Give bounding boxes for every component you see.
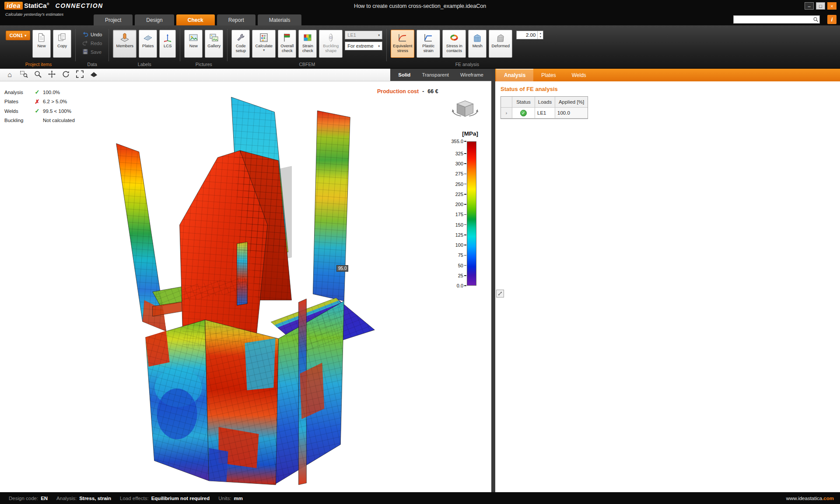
undo-button[interactable]: Undo — [80, 31, 105, 38]
copy-button[interactable]: Copy — [53, 30, 71, 58]
rotate-icon — [62, 70, 70, 80]
legend-tick: 50 — [458, 263, 466, 268]
home-view-button[interactable]: ⌂ — [4, 70, 16, 80]
overall-check-button[interactable]: Overall check — [278, 30, 296, 58]
ribbon: CON1 ▾ New Copy Project items — [0, 25, 840, 69]
tab-report[interactable]: Report — [217, 14, 256, 25]
lcs-toggle-button[interactable]: LCS — [159, 30, 176, 58]
chevron-right-icon: › — [506, 110, 508, 116]
deformed-button[interactable]: Deformed — [489, 30, 512, 58]
new-project-item-button[interactable]: New — [32, 30, 51, 58]
legend-tick: 150 — [455, 222, 466, 228]
view-mode-solid[interactable]: Solid — [398, 72, 410, 77]
legend-tick: 200 — [455, 202, 466, 207]
row-status-cell: ✓ — [512, 108, 535, 119]
zoom-fit-button[interactable] — [74, 70, 86, 80]
tab-design[interactable]: Design — [135, 14, 174, 25]
save-button[interactable]: Save — [80, 48, 105, 56]
fe-status-table: Status Loads Applied [%] › ✓ LE1 100.0 — [500, 96, 588, 119]
ribbon-group-cbfem: Code setup Calculate ▾ Overall check St — [228, 25, 386, 68]
code-setup-button[interactable]: Code setup — [231, 30, 250, 58]
tab-project[interactable]: Project — [94, 14, 133, 25]
stress-legend: [MPa] 355.032530027525022520017515012510… — [440, 130, 480, 297]
load-case-select[interactable]: LE1 ▾ — [345, 31, 382, 39]
results-tab-plates[interactable]: Plates — [533, 69, 564, 81]
redo-button[interactable]: Redo — [80, 39, 105, 47]
mesh-button[interactable]: Mesh — [468, 30, 486, 58]
pan-button[interactable] — [46, 70, 58, 80]
viewport-pane: ⌂ Solid — [0, 69, 491, 492]
members-icon — [120, 32, 130, 43]
results-tab-welds[interactable]: Welds — [564, 69, 594, 81]
magnifier-icon — [34, 70, 42, 80]
tab-check[interactable]: Check — [176, 14, 215, 25]
con1-dropdown-button[interactable]: CON1 ▾ — [6, 31, 30, 40]
info-button[interactable]: i — [827, 15, 836, 24]
ribbon-tab-bar: Project Design Check Report Materials — [94, 14, 301, 25]
fe-model-3d-view[interactable] — [0, 81, 491, 492]
maximize-icon: □ — [819, 4, 822, 9]
website-link[interactable]: www.ideastatica.com — [786, 496, 834, 501]
legend-tick: 25 — [458, 273, 466, 278]
strain-curve-icon — [424, 32, 433, 43]
resize-arrows-icon — [497, 291, 503, 296]
navigation-cube[interactable] — [449, 96, 481, 128]
zoom-window-button[interactable] — [18, 70, 30, 80]
strain-check-button[interactable]: Strain check — [298, 30, 317, 58]
equivalent-stress-button[interactable]: Equivalent stress — [391, 30, 414, 58]
clipping-plane-button[interactable] — [88, 70, 100, 80]
cross-icon: ✗ — [32, 98, 43, 105]
panel-resize-handle[interactable] — [496, 290, 504, 298]
spinner-up-icon: ▴ — [540, 32, 541, 35]
window-controls: – □ × — [805, 2, 836, 10]
wrench-icon — [236, 32, 245, 43]
legend-tick: 75 — [458, 252, 466, 258]
deformation-scale-spinner[interactable]: 2.00 ▴ ▾ — [516, 31, 543, 39]
row-expander[interactable]: › — [501, 108, 512, 119]
calculate-button[interactable]: Calculate ▾ — [252, 30, 276, 58]
legend-tick: 100 — [455, 242, 466, 248]
ribbon-group-labels: Members Plates LCS Labels — [109, 25, 180, 68]
tab-materials[interactable]: Materials — [258, 14, 302, 25]
close-button[interactable]: × — [827, 2, 836, 10]
legend-tick: 250 — [455, 182, 466, 187]
statusbar-design-code: Design code:EN — [9, 496, 48, 501]
results-tab-analysis[interactable]: Analysis — [496, 69, 533, 81]
maximize-button[interactable]: □ — [816, 2, 825, 10]
3d-canvas: Analysis ✓ 100.0% Plates ✗ 6.2 > 5.0% We… — [0, 81, 491, 492]
minimize-button[interactable]: – — [805, 2, 814, 10]
legend-ticks: 355.032530027525022520017515012510075502… — [440, 141, 480, 286]
status-row-welds: Welds ✓ 99.5 < 100% — [4, 106, 75, 116]
search-input[interactable] — [734, 17, 812, 22]
panel-splitter[interactable] — [491, 69, 495, 492]
view-mode-wireframe[interactable]: Wireframe — [460, 72, 483, 77]
gallery-button[interactable]: Gallery — [205, 30, 223, 58]
table-header-expander — [501, 97, 512, 108]
save-icon — [82, 49, 88, 56]
legend-tick: 225 — [455, 192, 466, 197]
results-panel: Analysis Plates Welds Status of FE analy… — [495, 69, 840, 492]
zoom-button[interactable] — [32, 70, 44, 80]
check-status-overlay: Analysis ✓ 100.0% Plates ✗ 6.2 > 5.0% We… — [4, 88, 75, 125]
mesh-icon — [472, 32, 482, 43]
view-mode-transparent[interactable]: Transparent — [422, 72, 449, 77]
new-picture-button[interactable]: New — [184, 30, 203, 58]
new-document-icon — [37, 32, 46, 43]
stress-in-contacts-button[interactable]: Stress in contacts — [442, 30, 466, 58]
rotate-view-button[interactable] — [60, 70, 72, 80]
members-toggle-button[interactable]: Members — [113, 30, 136, 58]
plastic-strain-button[interactable]: Plastic strain — [416, 30, 440, 58]
product-name: CONNECTION — [56, 2, 103, 9]
lcs-axes-icon — [163, 32, 172, 43]
search-icon[interactable] — [812, 17, 819, 22]
check-icon: ✓ — [32, 89, 43, 95]
buckling-shape-button[interactable]: Buckling shape — [319, 30, 343, 58]
search-box — [733, 15, 820, 24]
plates-toggle-button[interactable]: Plates — [139, 30, 157, 58]
ribbon-group-fe-analysis: Equivalent stress Plastic strain Stress … — [387, 25, 547, 68]
extreme-select[interactable]: For extreme ▾ — [345, 42, 382, 50]
ribbon-group-data: Undo Redo Save Data — [76, 25, 108, 68]
spinner-arrows[interactable]: ▴ ▾ — [537, 31, 543, 39]
table-header-loads: Loads — [535, 97, 555, 108]
document-title: How to create custom cross-section_examp… — [175, 3, 665, 9]
